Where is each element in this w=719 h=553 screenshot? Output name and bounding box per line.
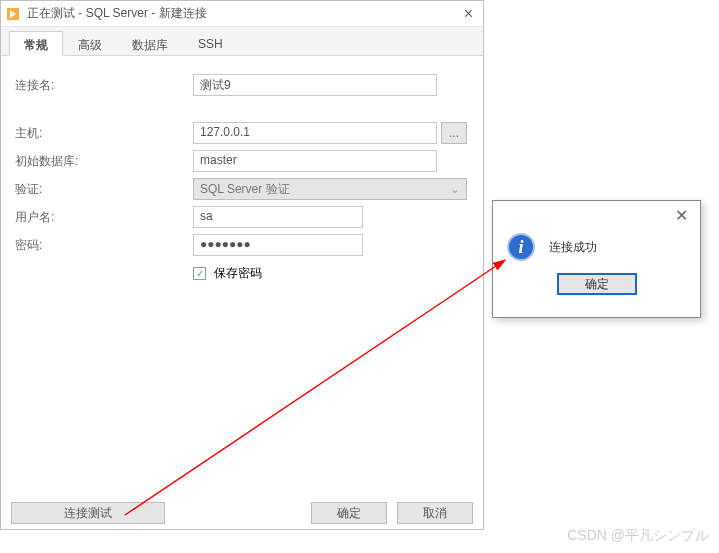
form-panel: 连接名: 测试9 主机: 127.0.0.1 ... 初始数据库: master… bbox=[1, 56, 483, 302]
app-icon bbox=[5, 6, 21, 22]
save-password-checkbox[interactable]: ✓ 保存密码 bbox=[193, 265, 262, 282]
ok-button[interactable]: 确定 bbox=[311, 502, 387, 524]
host-input[interactable]: 127.0.0.1 bbox=[193, 122, 437, 144]
label-host: 主机: bbox=[15, 125, 193, 142]
tab-general[interactable]: 常规 bbox=[9, 31, 63, 56]
popup-ok-button[interactable]: 确定 bbox=[557, 273, 637, 295]
popup-close-icon[interactable]: ✕ bbox=[669, 206, 694, 225]
tab-bar: 常规 高级 数据库 SSH bbox=[1, 27, 483, 56]
chevron-down-icon: ⌄ bbox=[450, 182, 460, 196]
browse-button[interactable]: ... bbox=[441, 122, 467, 144]
label-connection-name: 连接名: bbox=[15, 77, 193, 94]
message-popup: ✕ i 连接成功 确定 bbox=[492, 200, 701, 318]
tab-ssh[interactable]: SSH bbox=[183, 31, 238, 55]
titlebar: 正在测试 - SQL Server - 新建连接 × bbox=[1, 1, 483, 27]
label-username: 用户名: bbox=[15, 209, 193, 226]
watermark: CSDN @平凡シンプル bbox=[567, 527, 709, 545]
window-title: 正在测试 - SQL Server - 新建连接 bbox=[27, 5, 458, 22]
password-input[interactable]: ●●●●●●● bbox=[193, 234, 363, 256]
test-connection-button[interactable]: 连接测试 bbox=[11, 502, 165, 524]
close-icon[interactable]: × bbox=[458, 5, 479, 23]
popup-titlebar: ✕ bbox=[493, 201, 700, 229]
tab-advanced[interactable]: 高级 bbox=[63, 31, 117, 55]
label-auth: 验证: bbox=[15, 181, 193, 198]
initial-db-input[interactable]: master bbox=[193, 150, 437, 172]
username-input[interactable]: sa bbox=[193, 206, 363, 228]
cancel-button[interactable]: 取消 bbox=[397, 502, 473, 524]
auth-select-value: SQL Server 验证 bbox=[200, 181, 290, 198]
connection-name-input[interactable]: 测试9 bbox=[193, 74, 437, 96]
connection-dialog: 正在测试 - SQL Server - 新建连接 × 常规 高级 数据库 SSH… bbox=[0, 0, 484, 530]
info-icon: i bbox=[507, 233, 535, 261]
label-initial-db: 初始数据库: bbox=[15, 153, 193, 170]
auth-select[interactable]: SQL Server 验证 ⌄ bbox=[193, 178, 467, 200]
dialog-footer: 连接测试 确定 取消 bbox=[1, 497, 483, 529]
popup-message: 连接成功 bbox=[549, 239, 597, 256]
save-password-label: 保存密码 bbox=[214, 265, 262, 282]
check-icon: ✓ bbox=[193, 267, 206, 280]
label-password: 密码: bbox=[15, 237, 193, 254]
tab-database[interactable]: 数据库 bbox=[117, 31, 183, 55]
